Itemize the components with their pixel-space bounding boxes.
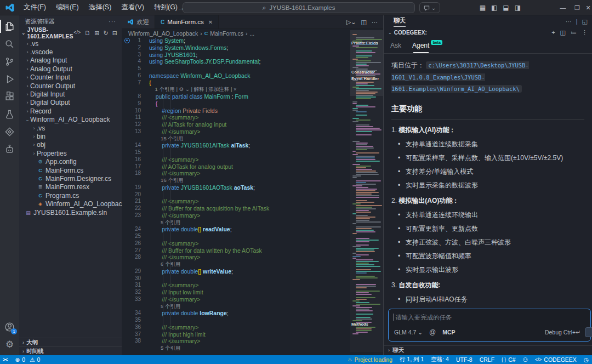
tab-agent[interactable]: Agent beta	[412, 37, 442, 53]
code-line[interactable]: 35	[122, 317, 350, 324]
tree-item[interactable]: ›obj	[19, 141, 122, 149]
code-line[interactable]: 12 /// AITask for analog input	[122, 121, 350, 128]
breadcrumb-item[interactable]: MainForm.cs	[210, 30, 243, 37]
codegeex-diamond-icon[interactable]	[0, 123, 19, 140]
codegeex-gutter-icon[interactable]	[124, 38, 130, 43]
tab-ask[interactable]: Ask	[390, 42, 401, 49]
tree-item[interactable]: ›Counter Input	[19, 73, 122, 82]
chat-robot-icon[interactable]	[0, 140, 19, 158]
menu-item[interactable]: 选择(S)	[84, 1, 116, 14]
tab-welcome[interactable]: 欢迎	[122, 15, 155, 29]
customize-layout-icon[interactable]: ▦	[480, 4, 486, 12]
tree-item[interactable]: CMainForm.cs	[19, 166, 122, 174]
more-icon[interactable]: ⋮	[582, 29, 588, 36]
tree-item[interactable]: ›Counter Output	[19, 82, 122, 90]
menu-item[interactable]: 编辑(E)	[52, 1, 83, 14]
copilot-menu-button[interactable]: ⌄	[419, 2, 440, 13]
mcp-button[interactable]: MCP	[442, 329, 455, 335]
code-line[interactable]: 13 /// </summary>	[122, 128, 350, 135]
mention-button[interactable]: @	[429, 328, 436, 336]
tree-item[interactable]: ›.vs	[19, 124, 122, 132]
tree-item[interactable]: ›Record	[19, 107, 122, 115]
tree-item[interactable]: ›bin	[19, 132, 122, 140]
code-line[interactable]: 6namespace Winform_AI_AO_Loopback	[122, 72, 350, 79]
code-line[interactable]: 21 /// <summary>	[122, 198, 350, 205]
source-control-icon[interactable]	[0, 53, 19, 70]
collapse-all-icon[interactable]: ⊟	[112, 30, 117, 37]
workspace-section-header[interactable]: ⌄ JYUSB-1601.EXAMPLES </> 🗋 ⊞ ↻ ⊟	[19, 27, 122, 38]
account-icon[interactable]: 1	[0, 318, 19, 335]
close-tab-icon[interactable]: ✕	[208, 19, 213, 25]
codelens-row[interactable]: 5 个引用	[122, 303, 350, 310]
sidebar-more-icon[interactable]: ···	[109, 18, 116, 25]
history-list-icon[interactable]: ≔	[571, 29, 577, 36]
codelens-row[interactable]: 15 个引用	[122, 135, 350, 143]
code-line[interactable]: 16 /// <summary>	[122, 156, 350, 163]
breadcrumb-item[interactable]: ...	[249, 30, 254, 37]
toggle-sidebar-icon[interactable]: ◧	[491, 4, 497, 12]
breadcrumb-item[interactable]: Winform_AI_AO_Loopback	[128, 30, 198, 37]
code-line[interactable]: 38 /// </summary>	[122, 338, 350, 345]
run-button[interactable]: ▷⌄	[346, 19, 356, 26]
tree-item[interactable]: ◈Winform_AI_AO_Loopback.csproj	[19, 200, 122, 208]
search-icon[interactable]	[0, 35, 19, 53]
code-line[interactable]: 22 /// Buffer for data acquisition by th…	[122, 205, 350, 212]
tree-item[interactable]: CMainForm.Designer.cs	[19, 174, 122, 183]
status-item-robot[interactable]: ⚇	[523, 356, 528, 363]
close-button[interactable]: ✕	[584, 4, 592, 12]
code-line[interactable]: 1using System;	[122, 37, 350, 44]
code-area[interactable]: 1using System;2using System.Windows.Form…	[122, 37, 350, 355]
new-file-icon[interactable]: 🗋	[84, 30, 90, 37]
codelens-row[interactable]: 16 个引用	[122, 177, 350, 184]
code-line[interactable]: 27 /// Buffer for data written by the AO…	[122, 247, 350, 254]
code-line[interactable]: 23 /// </summary>	[122, 212, 350, 219]
codelens-row[interactable]: 5 个引用	[122, 345, 350, 352]
code-line[interactable]: 5	[122, 65, 350, 72]
code-line[interactable]: 31 /// <summary>	[122, 282, 350, 289]
menu-item[interactable]: 查看(V)	[117, 1, 149, 14]
maximize-panel-icon[interactable]: ◱	[582, 18, 588, 25]
code-line[interactable]: 30	[122, 275, 350, 282]
back-arrow-icon[interactable]: ←	[162, 3, 169, 12]
codelens-row[interactable]: 6 个引用	[122, 261, 350, 268]
code-line[interactable]: 11 /// <summary>	[122, 114, 350, 121]
debug-shortcut-label[interactable]: Debug Ctrl+↵	[545, 329, 580, 335]
tree-item[interactable]: ›.vs	[19, 39, 122, 48]
status-item-plain[interactable]: 空格: 4	[431, 356, 449, 363]
tree-item[interactable]: ›.vscode	[19, 48, 122, 56]
status-item-lang[interactable]: { }C#	[502, 356, 515, 363]
model-selector[interactable]: GLM 4.7 ⌄	[394, 329, 423, 335]
tree-item[interactable]: ⚙App.config	[19, 157, 122, 166]
more-actions-icon[interactable]: ···	[566, 18, 572, 25]
code-line[interactable]: 17 /// AOTask for analog output	[122, 163, 350, 170]
minimize-button[interactable]: —	[556, 4, 570, 11]
status-item-brand[interactable]: </>CODEGEEX	[535, 356, 577, 363]
chat-collapsed-section[interactable]: › 聊天	[384, 345, 592, 355]
send-button[interactable]	[585, 327, 592, 337]
code-line[interactable]: 20	[122, 191, 350, 198]
refresh-icon[interactable]: ↻	[104, 30, 109, 37]
run-debug-icon[interactable]	[0, 70, 19, 88]
code-line[interactable]: 2using System.Windows.Forms;	[122, 44, 350, 52]
menu-item[interactable]: 文件(F)	[19, 1, 50, 14]
codegeex-section-header[interactable]: ⌄ CODEGEEX: + ◫ ≔ ⋮	[384, 27, 592, 37]
codelens-row[interactable]: 5 个引用	[122, 219, 350, 226]
testing-flask-icon[interactable]	[0, 105, 19, 123]
sidebar-section-时间线[interactable]: ›时间线	[19, 346, 122, 355]
code-line[interactable]: 15	[122, 149, 350, 156]
code-line[interactable]: 28 /// </summary>	[122, 254, 350, 261]
toggle-secondary-sidebar-icon[interactable]: ◨	[515, 4, 521, 12]
code-line[interactable]: 25	[122, 233, 350, 240]
problems-indicator[interactable]: ⊗0 ⚠0	[15, 356, 41, 363]
code-line[interactable]: 18 /// </summary>	[122, 170, 350, 177]
chat-input-box[interactable]: 请输入要完成的任务 GLM 4.7 ⌄ @ MCP Debug Ctrl+↵	[388, 309, 591, 342]
tree-item[interactable]: ⌄Winform_AI_AO_Loopback	[19, 116, 122, 124]
code-line[interactable]: 7{	[122, 79, 350, 87]
restore-button[interactable]: ❐	[570, 4, 584, 12]
new-folder-icon[interactable]: ⊞	[94, 30, 99, 37]
breadcrumb[interactable]: Winform_AI_AO_Loopback›CMainForm.cs›...	[122, 29, 383, 37]
codelens-row[interactable]: 1 个引用 | ⚙ ⌄ | 解释 | 添加注释 | ×	[122, 86, 350, 93]
status-item-plain[interactable]: 行 1, 列 1	[400, 356, 424, 363]
tree-item[interactable]: ≣MainForm.resx	[19, 183, 122, 191]
status-item-loading[interactable]: ♨Project loading	[348, 356, 392, 363]
